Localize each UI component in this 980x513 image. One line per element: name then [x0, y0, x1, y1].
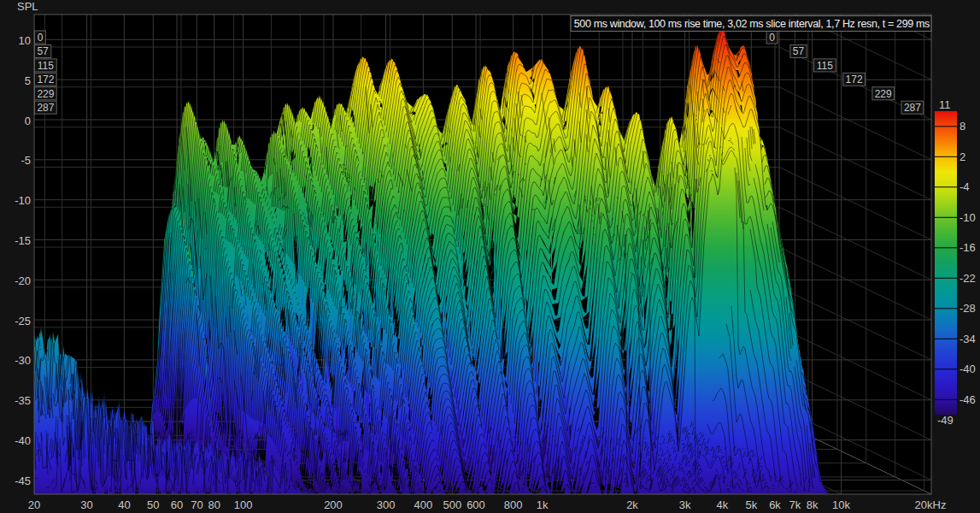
svg-text:800: 800: [504, 498, 523, 511]
svg-text:229: 229: [875, 88, 892, 100]
svg-text:6k: 6k: [769, 498, 781, 511]
svg-text:4k: 4k: [717, 498, 729, 511]
svg-text:20kHz: 20kHz: [915, 498, 947, 511]
svg-text:-20: -20: [15, 274, 31, 287]
svg-text:7k: 7k: [789, 498, 801, 511]
svg-text:287: 287: [37, 102, 54, 114]
svg-text:-28: -28: [959, 302, 976, 315]
svg-text:600: 600: [467, 498, 485, 511]
svg-text:0: 0: [25, 115, 31, 127]
svg-text:-34: -34: [959, 333, 976, 345]
svg-text:300: 300: [377, 498, 396, 511]
svg-text:172: 172: [846, 74, 863, 86]
svg-text:5k: 5k: [745, 498, 757, 511]
svg-text:-10: -10: [15, 194, 31, 207]
svg-text:80: 80: [208, 498, 220, 511]
svg-text:115: 115: [38, 60, 54, 72]
svg-text:400: 400: [414, 498, 433, 511]
svg-text:-40: -40: [959, 363, 976, 375]
svg-text:172: 172: [37, 74, 54, 86]
svg-text:8k: 8k: [807, 498, 819, 511]
svg-text:-22: -22: [959, 272, 976, 285]
svg-text:40: 40: [118, 498, 130, 511]
svg-text:2k: 2k: [626, 498, 638, 511]
svg-text:1k: 1k: [537, 498, 549, 511]
svg-text:-46: -46: [959, 393, 976, 406]
svg-text:-25: -25: [15, 315, 31, 327]
svg-text:-35: -35: [15, 394, 31, 407]
svg-text:500 ms window, 100 ms rise tim: 500 ms window, 100 ms rise time, 3,02 ms…: [574, 18, 930, 30]
svg-text:3k: 3k: [679, 498, 691, 511]
svg-text:60: 60: [171, 498, 183, 511]
svg-text:30: 30: [80, 498, 92, 511]
svg-text:11: 11: [939, 98, 951, 111]
svg-text:0: 0: [38, 32, 44, 44]
svg-text:500: 500: [443, 498, 461, 511]
svg-text:-4: -4: [959, 180, 970, 193]
svg-text:-10: -10: [959, 211, 976, 224]
svg-text:8: 8: [959, 120, 965, 133]
svg-text:0: 0: [769, 32, 775, 44]
svg-text:100: 100: [234, 498, 253, 511]
svg-text:2: 2: [959, 150, 965, 163]
svg-text:SPL: SPL: [17, 0, 38, 13]
svg-text:20: 20: [28, 498, 40, 511]
svg-text:10k: 10k: [832, 498, 850, 511]
svg-text:-30: -30: [15, 354, 31, 367]
svg-text:-15: -15: [15, 234, 31, 247]
svg-text:287: 287: [904, 102, 921, 114]
svg-text:-45: -45: [15, 475, 31, 487]
svg-text:5: 5: [25, 74, 31, 87]
svg-text:-49: -49: [937, 414, 954, 427]
svg-text:70: 70: [191, 498, 202, 511]
svg-text:57: 57: [793, 45, 805, 57]
svg-text:-40: -40: [15, 434, 31, 447]
svg-text:115: 115: [817, 60, 833, 72]
svg-text:-16: -16: [959, 241, 976, 254]
svg-text:50: 50: [147, 498, 159, 511]
svg-text:57: 57: [37, 45, 49, 57]
svg-text:229: 229: [37, 88, 54, 100]
svg-text:200: 200: [324, 498, 343, 511]
svg-text:10: 10: [19, 34, 31, 47]
svg-text:-5: -5: [21, 154, 31, 167]
